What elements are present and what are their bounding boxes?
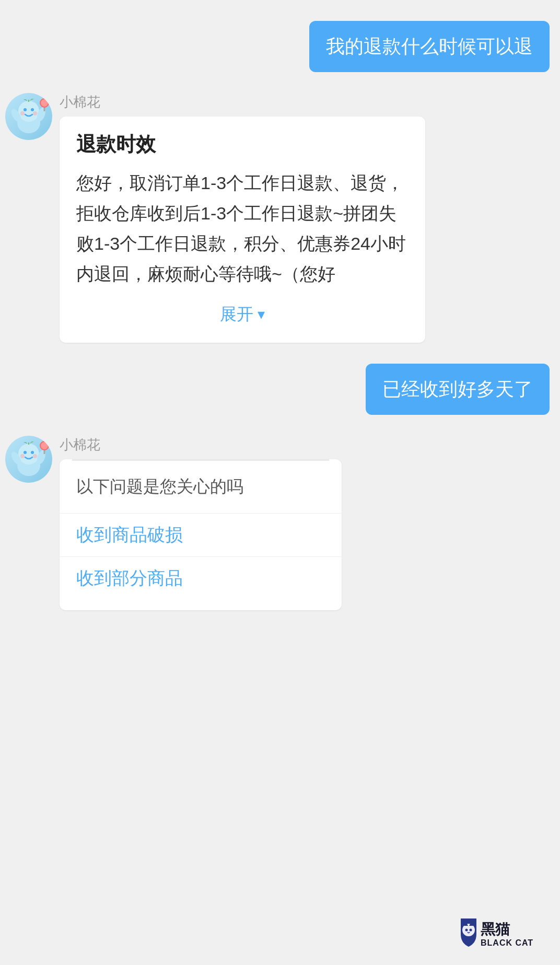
bot-avatar-1 xyxy=(5,93,52,140)
bot-content-1: 小棉花 退款时效 您好，取消订单1-3个工作日退款、退货，拒收仓库收到后1-3个… xyxy=(60,93,550,342)
svg-point-13 xyxy=(18,444,39,464)
card-bottom-space xyxy=(60,600,342,610)
bot-name-1: 小棉花 xyxy=(60,93,550,111)
card-link-1[interactable]: 收到商品破损 xyxy=(60,513,342,556)
expand-button[interactable]: 展开 ▾ xyxy=(76,298,409,328)
chat-container: 我的退款什么时候可以退 xyxy=(0,0,560,965)
svg-point-19 xyxy=(24,451,27,454)
bot-message-1: 小棉花 退款时效 您好，取消订单1-3个工作日退款、退货，拒收仓库收到后1-3个… xyxy=(0,83,560,353)
svg-point-21 xyxy=(20,454,25,458)
svg-point-28 xyxy=(470,928,472,931)
watermark-content: 黑猫 BLACK CAT xyxy=(450,914,555,956)
svg-point-9 xyxy=(20,111,25,115)
blackcat-logo: 黑猫 BLACK CAT xyxy=(450,914,555,956)
user-message-1: 我的退款什么时候可以退 xyxy=(0,10,560,83)
bot-name-2: 小棉花 xyxy=(60,436,550,454)
card-question-text: 以下问题是您关心的吗 xyxy=(76,477,243,496)
bot-card-1: 以下问题是您关心的吗 收到商品破损 收到部分商品 xyxy=(60,459,342,610)
watermark: 黑猫 BLACK CAT xyxy=(414,905,560,965)
svg-text:黑猫: 黑猫 xyxy=(481,921,510,937)
svg-point-10 xyxy=(33,111,37,115)
svg-point-27 xyxy=(465,928,468,931)
bot-bubble-1: 退款时效 您好，取消订单1-3个工作日退款、退货，拒收仓库收到后1-3个工作日退… xyxy=(60,117,425,342)
svg-point-20 xyxy=(31,451,34,454)
svg-point-22 xyxy=(33,454,37,458)
card-link-2[interactable]: 收到部分商品 xyxy=(60,556,342,600)
bot-bubble-title-1: 退款时效 xyxy=(76,131,409,158)
card-question-section: 以下问题是您关心的吗 xyxy=(60,461,342,513)
bot-content-2: 小棉花 以下问题是您关心的吗 收到商品破损 收到部分商品 xyxy=(60,436,550,610)
svg-text:BLACK CAT: BLACK CAT xyxy=(481,938,533,947)
chevron-down-icon: ▾ xyxy=(258,306,265,323)
svg-point-1 xyxy=(18,101,39,122)
user-message-2: 已经收到好多天了 xyxy=(0,353,560,425)
svg-point-8 xyxy=(31,108,34,111)
bot-bubble-text-1: 您好，取消订单1-3个工作日退款、退货，拒收仓库收到后1-3个工作日退款~拼团失… xyxy=(76,168,409,289)
svg-point-7 xyxy=(24,108,27,111)
expand-label: 展开 xyxy=(220,303,253,326)
bot-avatar-2 xyxy=(5,436,52,483)
user-bubble-2: 已经收到好多天了 xyxy=(366,364,550,415)
bot-message-2: 小棉花 以下问题是您关心的吗 收到商品破损 收到部分商品 xyxy=(0,425,560,621)
user-bubble-1: 我的退款什么时候可以退 xyxy=(309,21,550,72)
